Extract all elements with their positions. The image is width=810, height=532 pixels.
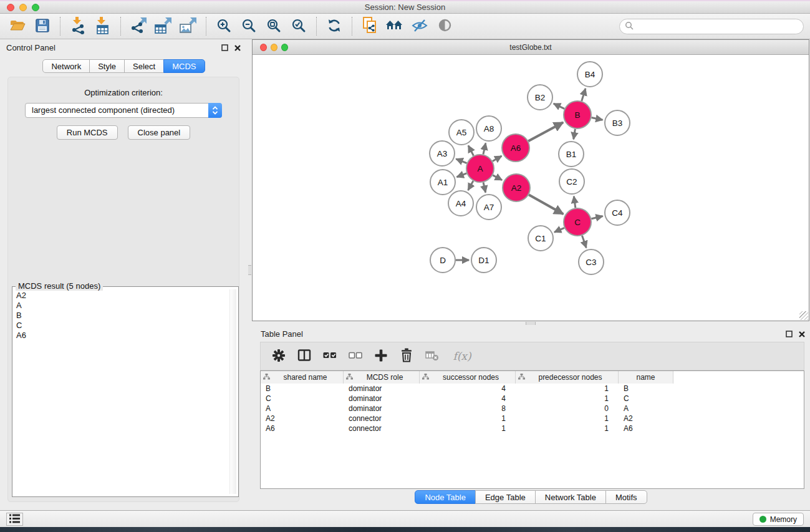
memory-button[interactable]: Memory [753,513,804,526]
graph-edge-A6-B[interactable] [528,122,563,141]
window-resize-grip[interactable] [799,311,808,320]
network-window-titlebar[interactable]: testGlobe.txt [253,40,809,55]
import-network-button[interactable] [65,16,90,37]
table-cell[interactable]: A [261,404,344,414]
zoom-fit-button[interactable] [261,16,286,37]
table-cell[interactable]: C [619,394,673,404]
result-scrollbar[interactable] [229,289,236,494]
table-cell[interactable]: A6 [261,423,344,433]
table-cell[interactable]: 1 [420,423,516,433]
criterion-select[interactable]: largest connected component (directed) [25,103,222,118]
table-cell[interactable]: C [261,394,344,404]
graph-edge-A2-C[interactable] [529,195,563,214]
graph-edge-B-B4[interactable] [582,89,586,101]
column-header-name[interactable]: name [619,371,673,384]
table-cell[interactable]: dominator [344,404,420,414]
table-cell[interactable]: 1 [516,423,619,433]
table-cell[interactable]: dominator [344,384,420,394]
graph-edge-B-B2[interactable] [554,104,564,109]
copy-network-button[interactable] [357,16,382,37]
export-network-button[interactable] [126,16,151,37]
zoom-window-button[interactable] [32,4,39,11]
network-minimize-button[interactable] [271,44,277,51]
close-panel-button[interactable] [233,44,241,52]
node-table[interactable]: shared nameMCDS rolesuccessor nodesprede… [260,370,804,489]
hide-selected-button[interactable] [407,16,432,37]
column-header-successor-nodes[interactable]: successor nodes [420,371,516,384]
network-close-button[interactable] [260,44,267,51]
tab-network[interactable]: Network [42,59,90,73]
graph-edge-A-A6[interactable] [493,156,502,161]
open-session-button[interactable] [5,16,30,37]
close-panel-button-2[interactable]: Close panel [128,125,191,140]
table-cell[interactable]: connector [344,414,420,423]
tab-motifs[interactable]: Motifs [605,490,647,504]
column-header-mcds-role[interactable]: MCDS role [344,371,420,384]
table-cell[interactable]: B [619,384,673,394]
graph-edge-A-A1[interactable] [457,173,467,177]
import-table-button[interactable] [90,16,115,37]
table-settings-button[interactable] [271,347,287,365]
table-cell[interactable]: 0 [516,404,619,414]
graph-edge-A-A7[interactable] [483,182,486,192]
float-table-panel-button[interactable] [785,330,793,338]
graph-edge-B-B3[interactable] [592,118,603,120]
table-cell[interactable]: 1 [420,414,516,423]
graph-edge-A-A8[interactable] [483,143,486,154]
mcds-result-item[interactable]: A2 [16,291,228,301]
zoom-selected-button[interactable] [286,16,311,37]
create-column-button[interactable] [373,347,389,365]
task-history-button[interactable] [6,513,23,526]
close-window-button[interactable] [7,4,14,11]
network-canvas[interactable]: B4B2BB3B1A5A8A6A3AA1A4A7A2C2C4CC1C3DD1 [253,55,809,321]
table-cell[interactable]: dominator [344,394,420,404]
close-table-panel-button[interactable] [798,330,806,338]
search-field[interactable] [619,19,804,34]
show-column-panel-button[interactable] [296,347,312,365]
mcds-result-item[interactable]: C [16,321,228,331]
column-header-shared-name[interactable]: shared name [261,371,344,384]
horizontal-splitter-handle[interactable] [526,322,536,325]
table-row[interactable]: Bdominator41B [261,384,804,394]
graph-edge-A-A5[interactable] [468,145,473,155]
search-input[interactable] [636,21,803,33]
tab-mcds[interactable]: MCDS [163,59,205,73]
delete-column-button[interactable] [398,347,415,365]
table-cell[interactable]: A [619,404,673,414]
minimize-window-button[interactable] [19,4,27,11]
zoom-in-button[interactable] [211,16,236,37]
table-cell[interactable]: A6 [619,423,673,433]
tab-network-table[interactable]: Network Table [535,490,606,504]
export-image-button[interactable] [176,16,201,37]
graph-edge-C-C3[interactable] [582,236,586,248]
table-cell[interactable]: 1 [516,414,619,423]
export-table-button[interactable] [151,16,176,37]
table-cell[interactable]: A2 [261,414,344,423]
tab-node-table[interactable]: Node Table [415,490,476,504]
graph-edge-A-A2[interactable] [493,175,502,180]
function-builder-button[interactable]: f(x) [450,347,475,365]
mcds-result-item[interactable]: B [16,311,228,321]
mcds-result-item[interactable]: A6 [16,331,228,341]
refresh-button[interactable] [322,16,347,37]
tab-edge-table[interactable]: Edge Table [475,490,536,504]
table-row[interactable]: Cdominator41C [261,394,804,404]
tab-select[interactable]: Select [124,59,164,73]
show-graphics-button[interactable] [432,16,457,37]
delete-table-button[interactable] [424,347,440,365]
column-header-predecessor-nodes[interactable]: predecessor nodes [516,371,619,384]
first-neighbors-button[interactable] [382,16,407,37]
table-cell[interactable]: 1 [516,394,619,404]
graph-edge-C-C4[interactable] [591,216,602,218]
graph-edge-C-C2[interactable] [574,196,576,208]
table-cell[interactable]: 8 [420,404,516,414]
select-all-columns-button[interactable] [322,347,338,365]
table-cell[interactable]: 4 [420,394,516,404]
graph-edge-A-A3[interactable] [456,159,466,163]
graph-edge-B-B1[interactable] [574,129,576,140]
mcds-result-item[interactable]: A [16,301,228,311]
table-cell[interactable]: 1 [516,384,619,394]
table-cell[interactable]: connector [344,423,420,433]
save-session-button[interactable] [30,16,55,37]
table-row[interactable]: A2connector11A2 [261,414,804,423]
